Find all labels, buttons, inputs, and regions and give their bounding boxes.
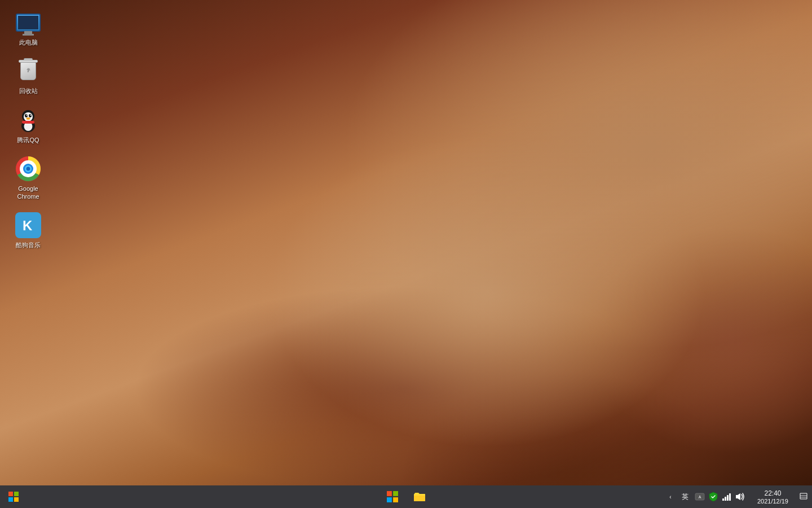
svg-rect-9 — [22, 121, 34, 124]
svg-point-3 — [24, 112, 33, 121]
input-method-svg: A — [695, 492, 705, 502]
network-icon[interactable] — [721, 491, 732, 502]
svg-rect-19 — [8, 497, 13, 502]
start-button[interactable] — [0, 485, 27, 508]
svg-text:A: A — [699, 495, 701, 499]
kuwo-icon-svg: K — [15, 212, 41, 238]
desktop-icon-recycle-bin[interactable]: 回收站 — [6, 54, 51, 98]
svg-point-14 — [27, 167, 30, 170]
desktop-icon-my-computer[interactable]: 此电脑 — [6, 6, 51, 50]
svg-point-5 — [29, 114, 32, 117]
svg-rect-24 — [393, 497, 398, 502]
notification-icon — [799, 492, 808, 501]
desktop-icon-kuwo-music[interactable]: K 酷狗音乐 — [6, 208, 51, 252]
volume-icon[interactable] — [735, 491, 746, 502]
tencent-qq-label: 腾讯QQ — [17, 136, 39, 144]
taskbar-windows-logo-icon — [387, 491, 398, 502]
svg-rect-21 — [387, 491, 392, 496]
shield-icon — [709, 492, 718, 502]
desktop-icons: 此电脑 回收站 — [6, 6, 51, 253]
recycle-bin-label: 回收站 — [19, 87, 38, 95]
svg-rect-17 — [8, 492, 13, 496]
svg-rect-20 — [14, 497, 19, 502]
svg-rect-22 — [393, 491, 398, 496]
clock-date: 2021/12/19 — [757, 498, 788, 505]
input-method-icon[interactable]: A — [694, 491, 705, 502]
taskbar-windows-icon[interactable] — [380, 485, 405, 508]
taskbar-left — [0, 485, 27, 508]
network-bars — [722, 493, 731, 501]
folder-icon — [413, 491, 426, 503]
chrome-icon-svg — [15, 156, 41, 182]
svg-rect-23 — [387, 497, 392, 502]
svg-point-7 — [30, 115, 32, 116]
svg-point-8 — [27, 117, 30, 120]
wallpaper — [0, 0, 812, 485]
security-icon[interactable] — [708, 491, 719, 502]
notification-button[interactable] — [795, 485, 812, 508]
svg-text:K: K — [23, 218, 33, 233]
language-text: 英 — [682, 492, 689, 502]
svg-point-4 — [25, 114, 28, 117]
desktop: 此电脑 回收站 — [0, 0, 812, 485]
taskbar-center — [380, 485, 432, 508]
kuwo-music-label: 酷狗音乐 — [16, 241, 41, 249]
clock-area[interactable]: 22:40 2021/12/19 — [751, 485, 795, 508]
chevron-button[interactable]: ‹ — [665, 485, 676, 508]
taskbar: ‹ 英 A — [0, 485, 812, 508]
taskbar-file-explorer[interactable] — [407, 485, 432, 508]
my-computer-label: 此电脑 — [19, 38, 38, 46]
windows-logo-icon — [8, 492, 19, 502]
language-indicator[interactable]: 英 — [678, 485, 692, 508]
svg-rect-18 — [14, 492, 19, 496]
desktop-icon-tencent-qq[interactable]: 腾讯QQ — [6, 103, 51, 147]
clock-time: 22:40 — [764, 489, 781, 497]
taskbar-right: ‹ 英 A — [660, 485, 812, 508]
qq-icon-svg — [15, 107, 41, 133]
speaker-icon — [735, 492, 745, 501]
google-chrome-label: Google Chrome — [8, 185, 48, 201]
system-tray: ‹ 英 A — [660, 485, 751, 508]
desktop-icon-google-chrome[interactable]: Google Chrome — [6, 152, 51, 204]
svg-point-6 — [27, 115, 28, 116]
